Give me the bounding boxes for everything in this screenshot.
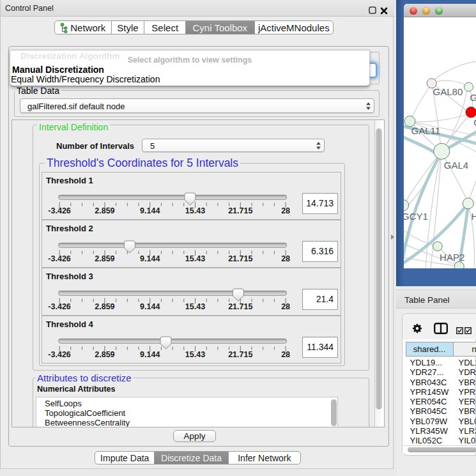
svg-text:15.43: 15.43: [185, 350, 205, 359]
svg-text:GAL4: GAL4: [443, 160, 468, 171]
svg-text:-3.426: -3.426: [48, 254, 70, 263]
svg-text:28: 28: [281, 206, 290, 215]
svg-text:15.43: 15.43: [185, 254, 205, 263]
svg-text:21.715: 21.715: [228, 254, 252, 263]
svg-text:GAL11: GAL11: [411, 125, 440, 136]
svg-text:9.144: 9.144: [140, 254, 160, 263]
svg-text:21.715: 21.715: [228, 302, 252, 311]
svg-text:2.859: 2.859: [95, 350, 114, 359]
svg-text:9.144: 9.144: [140, 302, 160, 311]
svg-text:H: H: [471, 211, 476, 222]
svg-text:GAL80: GAL80: [433, 86, 463, 97]
svg-text:21.715: 21.715: [228, 350, 252, 359]
svg-text:HAP2: HAP2: [440, 252, 464, 263]
svg-text:C: C: [473, 117, 476, 128]
svg-text:2.859: 2.859: [95, 206, 114, 215]
svg-text:-3.426: -3.426: [48, 206, 70, 215]
svg-text:15.43: 15.43: [185, 206, 205, 215]
svg-text:28: 28: [281, 254, 290, 263]
svg-text:2.859: 2.859: [95, 254, 114, 263]
svg-text:-3.426: -3.426: [48, 350, 70, 359]
svg-text:28: 28: [281, 302, 290, 311]
svg-text:15.43: 15.43: [185, 302, 205, 311]
svg-text:9.144: 9.144: [140, 206, 160, 215]
svg-text:-3.426: -3.426: [48, 302, 70, 311]
svg-text:9.144: 9.144: [140, 350, 160, 359]
svg-text:2.859: 2.859: [95, 302, 114, 311]
svg-text:GA: GA: [470, 92, 476, 103]
svg-text:GCY1: GCY1: [404, 211, 428, 222]
svg-text:21.715: 21.715: [228, 206, 252, 215]
svg-text:28: 28: [281, 350, 290, 359]
